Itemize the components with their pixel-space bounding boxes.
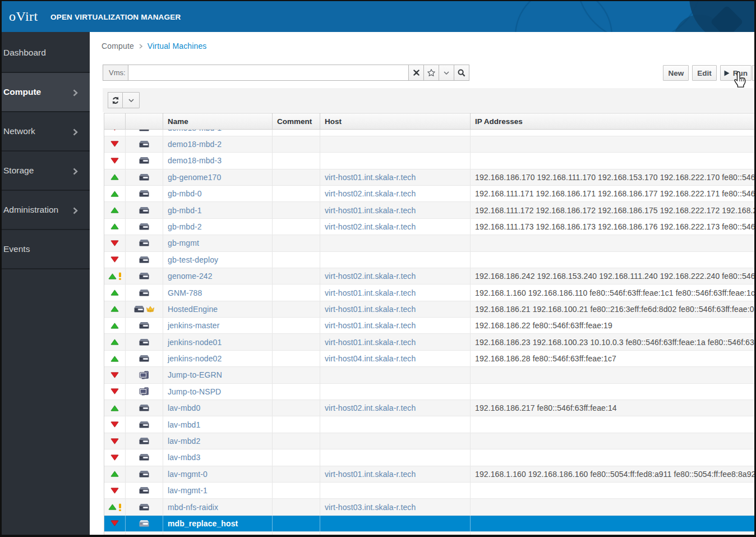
table-row[interactable]: gb-mbd-0 virt-host02.int.skala-r.tech 19… — [104, 186, 754, 202]
host-link[interactable] — [320, 416, 471, 432]
vm-name-link[interactable]: lav-mbd2 — [163, 433, 273, 449]
table-row[interactable]: demo18-mbd-3 — [104, 153, 754, 169]
search-clear-button[interactable] — [409, 65, 424, 81]
vm-name-link[interactable]: demo18-mbd-3 — [163, 153, 273, 168]
header-comment[interactable]: Comment — [273, 113, 320, 129]
search-submit-button[interactable] — [454, 65, 469, 81]
table-row[interactable]: Jump-to-NSPD — [104, 384, 754, 400]
host-link[interactable] — [320, 136, 471, 152]
host-link[interactable]: virt-host01.int.skala-r.tech — [320, 202, 471, 218]
table-row[interactable]: HostedEngine virt-host01.int.skala-r.tec… — [104, 301, 754, 318]
host-link[interactable] — [320, 433, 471, 449]
table-row[interactable]: lav-mgmt-0 virt-host01.int.skala-r.tech … — [104, 466, 754, 483]
sidebar-item-storage[interactable]: Storage — [2, 152, 90, 191]
header-host[interactable]: Host — [320, 113, 471, 129]
new-button[interactable]: New — [663, 65, 689, 81]
suspend-button-cut[interactable] — [752, 65, 754, 81]
header-ip[interactable]: IP Addresses — [471, 113, 754, 129]
vm-name-link[interactable]: Jump-to-EGRN — [163, 367, 273, 383]
header-status[interactable] — [104, 113, 126, 129]
vm-name-link[interactable]: Jump-to-NSPD — [163, 384, 273, 400]
sidebar-item-network[interactable]: Network — [2, 112, 90, 152]
host-link[interactable]: virt-host01.int.skala-r.tech — [320, 169, 471, 185]
breadcrumb-section[interactable]: Compute — [102, 42, 134, 51]
host-link[interactable]: virt-host02.int.skala-r.tech — [320, 219, 471, 235]
table-row[interactable]: gb-mgmt — [104, 235, 754, 251]
table-row[interactable]: gb-genome170 virt-host01.int.skala-r.tec… — [104, 169, 754, 186]
host-link[interactable]: virt-host01.int.skala-r.tech — [320, 466, 471, 482]
table-row[interactable]: mdb_replace_host — [104, 516, 754, 532]
search-bookmark-button[interactable] — [424, 65, 439, 81]
table-row[interactable]: jenkins-node02 virt-host04.int.skala-r.t… — [104, 351, 754, 367]
table-row[interactable]: lav-mbd0 virt-host02.int.skala-r.tech 19… — [104, 400, 754, 416]
host-link[interactable]: virt-host02.int.skala-r.tech — [320, 186, 471, 201]
table-row[interactable]: lav-mgmt-1 — [104, 483, 754, 499]
host-link[interactable] — [320, 384, 471, 400]
vm-name-link[interactable]: lav-mbd3 — [163, 449, 273, 465]
host-link[interactable]: virt-host02.int.skala-r.tech — [320, 268, 471, 284]
vm-name-link[interactable]: demo18-mbd-2 — [163, 136, 273, 152]
search-input[interactable] — [128, 65, 409, 81]
table-row[interactable]: Jump-to-EGRN — [104, 367, 754, 383]
vm-name-link[interactable]: lav-mbd0 — [163, 400, 273, 416]
table-row[interactable]: genome-242 virt-host02.int.skala-r.tech … — [104, 268, 754, 284]
vm-name-link[interactable]: HostedEngine — [163, 301, 273, 317]
host-link[interactable]: virt-host01.int.skala-r.tech — [320, 318, 471, 333]
vm-name-link[interactable]: gb-mbd-1 — [163, 202, 273, 218]
vm-name-link[interactable]: jenkins-master — [163, 318, 273, 333]
table-row[interactable]: mbd-nfs-raidix virt-host03.int.skala-r.t… — [104, 499, 754, 515]
host-link[interactable]: virt-host01.int.skala-r.tech — [320, 301, 471, 317]
vm-name-link[interactable]: jenkins-node02 — [163, 351, 273, 366]
vm-name-link[interactable]: lav-mbd1 — [163, 416, 273, 432]
host-link[interactable]: virt-host01.int.skala-r.tech — [320, 334, 471, 350]
sidebar-item-compute[interactable]: Compute — [2, 73, 90, 112]
table-row[interactable]: lav-mbd2 — [104, 433, 754, 449]
breadcrumb-page[interactable]: Virtual Machines — [147, 42, 207, 51]
vm-name-link[interactable]: jenkins-node01 — [163, 334, 273, 350]
host-link[interactable]: virt-host01.int.skala-r.tech — [320, 284, 471, 300]
table-row[interactable]: jenkins-node01 virt-host01.int.skala-r.t… — [104, 334, 754, 350]
host-link[interactable] — [320, 516, 471, 531]
table-row[interactable] — [104, 532, 754, 535]
refresh-menu-button[interactable] — [122, 92, 140, 108]
table-row[interactable]: lav-mbd1 — [104, 416, 754, 433]
vm-name-link[interactable] — [163, 532, 273, 535]
vm-name-link[interactable]: gb-mgmt — [163, 235, 273, 251]
vm-name-link[interactable]: lav-mgmt-0 — [163, 466, 273, 482]
host-link[interactable] — [320, 235, 471, 251]
host-link[interactable] — [320, 153, 471, 168]
host-link[interactable] — [320, 367, 471, 383]
search-dropdown-button[interactable] — [439, 65, 454, 81]
vm-name-link[interactable]: gb-mbd-2 — [163, 219, 273, 235]
table-row[interactable]: demo18-mbd-2 — [104, 136, 754, 153]
vm-name-link[interactable]: gb-genome170 — [163, 169, 273, 185]
table-row[interactable]: gb-test-deploy — [104, 252, 754, 268]
sidebar-item-dashboard[interactable]: Dashboard — [2, 34, 90, 73]
vm-name-link[interactable]: mbd-nfs-raidix — [163, 499, 273, 515]
host-link[interactable]: virt-host03.int.skala-r.tech — [320, 499, 471, 515]
table-row[interactable]: lav-mbd3 — [104, 449, 754, 466]
host-link[interactable] — [320, 252, 471, 268]
host-link[interactable] — [320, 449, 471, 465]
host-link[interactable]: virt-host02.int.skala-r.tech — [320, 400, 471, 416]
vm-name-link[interactable]: mdb_replace_host — [163, 516, 273, 531]
vm-name-link[interactable]: lav-mgmt-1 — [163, 483, 273, 498]
run-button[interactable]: Run — [720, 65, 752, 81]
vm-name-link[interactable]: genome-242 — [163, 268, 273, 284]
sidebar-item-events[interactable]: Events — [2, 230, 90, 269]
host-link[interactable] — [320, 483, 471, 498]
table-row[interactable]: GNM-788 virt-host01.int.skala-r.tech 192… — [104, 284, 754, 301]
header-icon[interactable] — [126, 113, 163, 129]
vm-name-link[interactable]: GNM-788 — [163, 284, 273, 300]
sidebar-item-administration[interactable]: Administration — [2, 191, 90, 230]
vm-name-link[interactable]: demo18-mbd-1 — [163, 130, 273, 136]
vm-name-link[interactable]: gb-test-deploy — [163, 252, 273, 268]
refresh-button[interactable] — [108, 92, 122, 108]
host-link[interactable] — [320, 130, 471, 136]
table-row[interactable]: demo18-mbd-1 — [104, 130, 754, 136]
header-name[interactable]: Name — [163, 113, 273, 129]
edit-button[interactable]: Edit — [692, 65, 717, 81]
host-link[interactable]: virt-host04.int.skala-r.tech — [320, 351, 471, 366]
table-row[interactable]: gb-mbd-1 virt-host01.int.skala-r.tech 19… — [104, 202, 754, 218]
vm-name-link[interactable]: gb-mbd-0 — [163, 186, 273, 201]
